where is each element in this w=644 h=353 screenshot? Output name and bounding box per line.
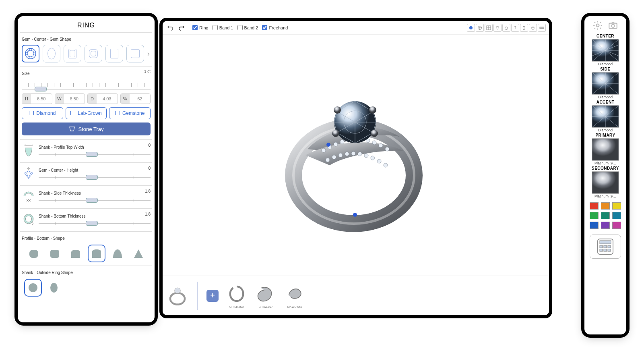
slider-handle[interactable]: [86, 198, 98, 203]
accent-swatch[interactable]: [592, 105, 619, 128]
profile-6[interactable]: [130, 245, 147, 262]
slider-handle[interactable]: [86, 221, 98, 226]
tray-item-2[interactable]: SP-WD-059: [284, 283, 305, 308]
profile-1[interactable]: [26, 245, 42, 262]
dim-w[interactable]: W6.50: [55, 93, 85, 104]
btn-diamond[interactable]: Diamond: [22, 107, 63, 119]
color-swatch-0[interactable]: [590, 202, 599, 210]
shape-cushion[interactable]: [85, 45, 102, 62]
dim-p[interactable]: %62: [120, 93, 151, 104]
redo-button[interactable]: [177, 23, 186, 32]
btn-lab[interactable]: Lab-Grown: [66, 107, 107, 119]
profile-2[interactable]: [47, 245, 63, 262]
view-hand[interactable]: [529, 24, 537, 32]
dim-d[interactable]: D4.03: [87, 93, 118, 104]
center-height-slider[interactable]: [39, 177, 151, 178]
calculator-button[interactable]: [590, 235, 621, 259]
chk-freehand[interactable]: Freehand: [262, 25, 288, 30]
cart-icon: [115, 111, 120, 115]
svg-point-39: [358, 152, 362, 156]
profile-top-slider[interactable]: [39, 154, 151, 155]
shape-round[interactable]: [22, 45, 39, 62]
camera-icon[interactable]: [608, 20, 618, 31]
primary-swatch[interactable]: [592, 138, 619, 161]
svg-point-14: [50, 283, 58, 293]
bottom-thick-slider[interactable]: [39, 223, 151, 224]
color-swatch-4[interactable]: [601, 212, 610, 219]
size-handle[interactable]: [35, 87, 47, 91]
color-swatch-7[interactable]: [601, 222, 610, 229]
outside-1[interactable]: [25, 280, 41, 296]
size-ruler[interactable]: [22, 80, 151, 89]
side-swatch[interactable]: [592, 72, 619, 95]
chk-band1[interactable]: Band 1: [213, 25, 233, 30]
stone-tray-button[interactable]: Stone Tray: [22, 123, 151, 135]
panel-title: RING: [20, 19, 152, 32]
view-figure[interactable]: [520, 24, 528, 32]
profile-4[interactable]: [89, 245, 105, 262]
shape-oval[interactable]: [43, 45, 60, 62]
outside-shape-section: Shank - Outside Ring Shape: [20, 266, 152, 300]
svg-rect-6: [91, 51, 96, 56]
profile-5[interactable]: [109, 245, 126, 262]
tray-icon: [69, 126, 75, 132]
svg-point-53: [175, 288, 180, 293]
color-swatch-6[interactable]: [590, 222, 599, 229]
shape-more-chevron[interactable]: ›: [147, 50, 150, 58]
svg-rect-65: [604, 245, 607, 248]
prop-bottom-thick: Shank - Bottom Thickness 1.8: [20, 208, 152, 231]
svg-rect-63: [600, 241, 611, 244]
btn-gemstone[interactable]: Gemstone: [109, 107, 151, 119]
mat-side: SIDE Diamond: [587, 67, 624, 99]
outside-shape-row: [22, 280, 151, 296]
tray-divider: [197, 282, 198, 310]
svg-rect-60: [592, 139, 619, 160]
svg-point-15: [469, 26, 473, 29]
chk-band2[interactable]: Band 2: [237, 25, 258, 30]
size-value: 1 ct: [144, 69, 151, 74]
outside-2[interactable]: [46, 280, 62, 296]
color-swatch-3[interactable]: [590, 212, 599, 219]
tray-item-1[interactable]: SP-BA-007: [255, 283, 277, 308]
view-globe[interactable]: [476, 24, 484, 32]
shape-radiant[interactable]: [105, 45, 123, 62]
svg-rect-64: [600, 245, 603, 248]
view-pin[interactable]: [511, 24, 519, 32]
mat-center: CENTER Diamond: [587, 34, 624, 66]
profile-bottom-section: Profile - Bottom - Shape: [20, 231, 152, 266]
view-diamond[interactable]: [493, 24, 502, 32]
secondary-swatch[interactable]: [592, 171, 619, 194]
profile-3[interactable]: [68, 245, 84, 262]
slider-handle[interactable]: [86, 175, 98, 180]
tray-current[interactable]: [167, 285, 188, 307]
color-swatch-5[interactable]: [612, 212, 621, 219]
svg-rect-12: [50, 250, 59, 258]
color-swatch-8[interactable]: [612, 222, 621, 229]
canvas-area[interactable]: [163, 35, 549, 276]
svg-point-37: [345, 152, 349, 156]
center-swatch[interactable]: [592, 39, 619, 62]
side-thick-slider[interactable]: [39, 200, 151, 201]
side-thick-icon: [22, 189, 35, 204]
slider-handle[interactable]: [86, 152, 98, 157]
tray-add-button[interactable]: +: [206, 290, 219, 302]
view-grid[interactable]: [485, 24, 493, 32]
svg-point-18: [505, 27, 508, 29]
svg-point-13: [29, 283, 37, 292]
dim-h[interactable]: H6.50: [22, 93, 52, 104]
color-swatch-2[interactable]: [612, 202, 621, 210]
undo-button[interactable]: [166, 23, 175, 32]
view-render[interactable]: [467, 24, 475, 32]
shape-asscher[interactable]: [126, 45, 144, 62]
tray-item-0[interactable]: CP-SH-022: [226, 283, 248, 308]
view-measure[interactable]: [538, 24, 546, 32]
svg-point-52: [170, 293, 185, 304]
left-panel: RING Gem - Center - Gem Shape › Size 1 c…: [18, 16, 155, 322]
mat-secondary: SECONDARY Platinum .9…: [587, 166, 624, 198]
view-ring[interactable]: [502, 24, 510, 32]
shape-emerald[interactable]: [64, 45, 81, 62]
chk-ring[interactable]: Ring: [192, 25, 208, 30]
svg-point-31: [372, 141, 376, 145]
settings-icon[interactable]: [592, 20, 603, 31]
color-swatch-1[interactable]: [601, 202, 610, 210]
